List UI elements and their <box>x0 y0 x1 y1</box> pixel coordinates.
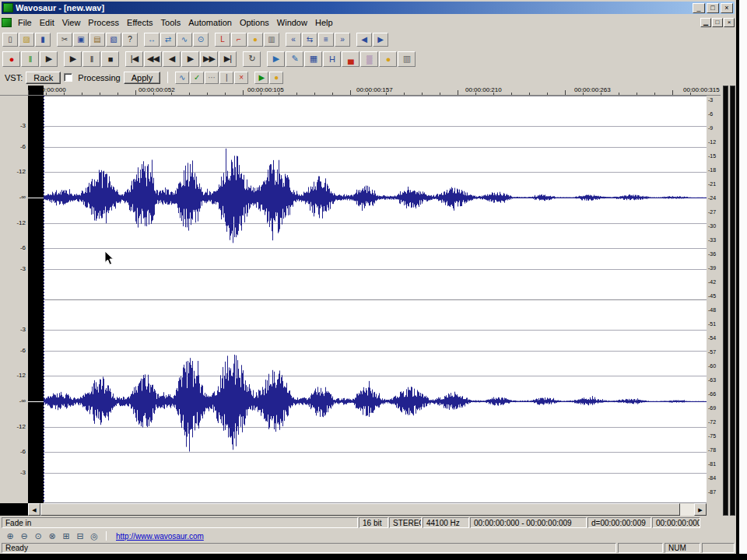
channel-mix-button[interactable]: ▒ <box>360 51 378 67</box>
marker-prev-button[interactable]: « <box>286 33 301 47</box>
zoom-in-icon: ⊕ <box>6 531 13 541</box>
menu-item-automation[interactable]: Automation <box>184 16 236 29</box>
insert-silence-button[interactable]: ⇄ <box>160 33 176 47</box>
zoom-vertical-out-button[interactable]: ⊟ <box>73 530 87 541</box>
paste-selection-button[interactable]: ⊙ <box>193 33 209 47</box>
rewind-button[interactable]: ◀◀ <box>144 51 162 67</box>
minimize-button[interactable]: _ <box>693 3 705 13</box>
toolbar-group: L⌐●▥ <box>215 33 279 47</box>
processing-checkbox[interactable] <box>64 73 72 82</box>
nudge-right-button[interactable]: ▶ <box>373 33 388 47</box>
play-button[interactable]: ▶ <box>64 51 82 67</box>
waveform-display[interactable] <box>28 96 707 503</box>
spectrum-view-button[interactable]: ▦ <box>304 51 322 67</box>
scroll-right-button[interactable]: ▶ <box>694 503 707 516</box>
ruler-tick <box>225 93 226 95</box>
menu-item-options[interactable]: Options <box>236 16 273 29</box>
save-file-button[interactable]: ▮ <box>35 33 51 47</box>
marker-h-button[interactable]: H <box>323 51 341 67</box>
db-scale-right-label: -12 <box>708 139 716 145</box>
envelope-clear-button[interactable]: × <box>234 72 248 84</box>
zoom-selection-button[interactable]: ⊙ <box>31 530 45 541</box>
screen: Wavosaur - [new.wav] _ □ × FileEditViewP… <box>0 0 747 560</box>
scroll-left-button[interactable]: ◀ <box>28 503 40 516</box>
selection-zoom-icon: ↔ <box>148 35 156 44</box>
step-forward-button[interactable]: ▶ <box>181 51 199 67</box>
menu-item-window[interactable]: Window <box>273 16 311 29</box>
envelope-draw-button[interactable]: ∿ <box>175 72 189 84</box>
marker-lock-icon: ● <box>253 35 258 44</box>
ruler-tick <box>82 93 82 95</box>
mdi-minimize-button[interactable]: ▁ <box>700 18 711 27</box>
delete-marker-button[interactable]: ▥ <box>264 33 279 47</box>
db-scale-right-label: -48 <box>708 307 716 313</box>
copy-button[interactable]: ▣ <box>73 33 89 47</box>
ruler-tick <box>207 93 208 95</box>
loop-start-button[interactable]: L <box>215 33 230 47</box>
marker-pairs-button[interactable]: ⇆ <box>302 33 317 47</box>
paste-special-button[interactable]: ▧ <box>106 33 121 47</box>
zoom-vertical-in-button[interactable]: ⊞ <box>59 530 73 541</box>
zoom-all-button[interactable]: ⊗ <box>45 530 59 541</box>
record-button[interactable]: ● <box>2 51 20 67</box>
goto-end-button[interactable]: ▶| <box>219 51 237 67</box>
copy-selection-button[interactable]: ∿ <box>177 33 192 47</box>
vst-play-button[interactable]: ▶ <box>254 72 268 84</box>
horizontal-scrollbar[interactable]: ◀ ▶ <box>28 503 707 516</box>
menu-item-tools[interactable]: Tools <box>157 16 185 29</box>
lock-button[interactable]: ● <box>379 51 397 67</box>
db-scale-right-label: -63 <box>708 377 716 383</box>
menu-item-effects[interactable]: Effects <box>123 16 156 29</box>
ruler-tick <box>493 93 494 95</box>
open-file-button[interactable]: ▨ <box>19 33 34 47</box>
zoom-100-button[interactable]: ◎ <box>87 530 101 541</box>
channel-red-button[interactable]: ▄ <box>342 51 359 67</box>
menu-item-edit[interactable]: Edit <box>36 16 58 29</box>
selection-zoom-button[interactable]: ↔ <box>144 33 160 47</box>
play-selection-button[interactable]: ▶ <box>267 51 285 67</box>
goto-start-button[interactable]: |◀ <box>125 51 143 67</box>
apply-button[interactable]: Apply <box>124 72 161 84</box>
db-scale-right-label: -27 <box>708 209 716 215</box>
cut-button[interactable]: ✂ <box>57 33 72 47</box>
envelope-validate-button[interactable]: ✓ <box>190 72 204 84</box>
play-step-button[interactable]: ▶ <box>40 51 58 67</box>
marker-split-button[interactable]: ≡ <box>318 33 334 47</box>
menu-item-help[interactable]: Help <box>311 16 337 29</box>
menu-item-file[interactable]: File <box>14 16 36 29</box>
zoom-out-button[interactable]: ⊖ <box>17 530 31 541</box>
scrollbar-thumb[interactable] <box>40 503 680 516</box>
nudge-left-button[interactable]: ◀ <box>356 33 372 47</box>
draw-tool-button[interactable]: ✎ <box>286 51 303 67</box>
pause-button[interactable]: ‖ <box>82 51 100 67</box>
loop-end-button[interactable]: ⌐ <box>231 33 247 47</box>
mdi-controls: ▁ □ × <box>700 18 735 27</box>
loop-playback-button[interactable]: ↻ <box>243 51 261 67</box>
db-scale-right-label: -72 <box>708 419 716 425</box>
trash-button[interactable]: ▥ <box>398 51 416 67</box>
vst-lock-button[interactable]: ● <box>269 72 283 84</box>
pause-record-button[interactable]: ‖ <box>21 51 39 67</box>
level-meter-left <box>723 86 728 516</box>
wavosaur-link[interactable]: http://www.wavosaur.com <box>116 532 204 541</box>
close-button[interactable]: × <box>721 3 733 13</box>
menu-item-view[interactable]: View <box>58 16 85 29</box>
maximize-button[interactable]: □ <box>707 3 719 13</box>
new-file-button[interactable]: ▯ <box>2 33 18 47</box>
ruler-tick <box>529 93 530 95</box>
marker-lock-button[interactable]: ● <box>247 33 263 47</box>
step-back-button[interactable]: ◀ <box>163 51 181 67</box>
stop-button[interactable]: ■ <box>101 51 119 67</box>
paste-button[interactable]: ▤ <box>89 33 105 47</box>
zoom-in-button[interactable]: ⊕ <box>3 530 17 541</box>
time-ruler[interactable]: 00:00:00:00000:00:00:05200:00:00:10500:0… <box>0 86 721 96</box>
mdi-restore-button[interactable]: □ <box>712 18 723 27</box>
envelope-bar-button[interactable]: | <box>219 72 233 84</box>
menu-item-process[interactable]: Process <box>84 16 123 29</box>
fast-forward-button[interactable]: ▶▶ <box>200 51 218 67</box>
mdi-close-button[interactable]: × <box>724 18 735 27</box>
envelope-dashed-button[interactable]: ⋯ <box>205 72 219 84</box>
rack-button[interactable]: Rack <box>26 72 61 84</box>
marker-next-button[interactable]: » <box>335 33 350 47</box>
help-button[interactable]: ? <box>122 33 138 47</box>
